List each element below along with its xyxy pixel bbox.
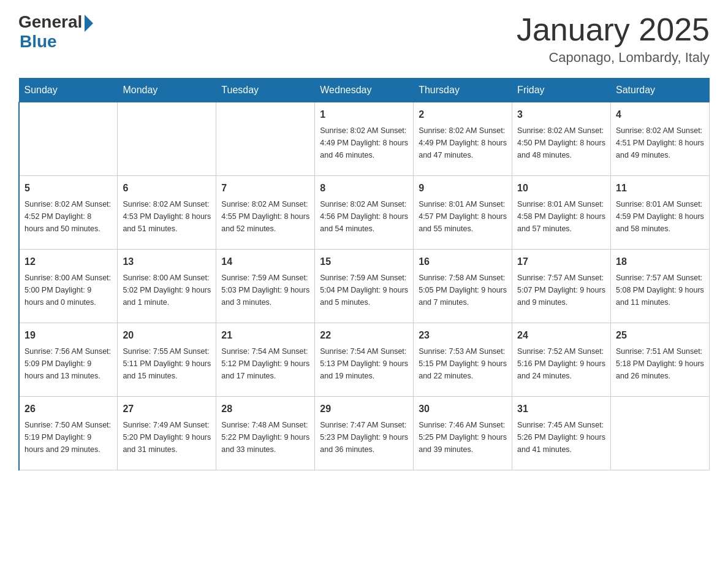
- calendar-day-cell: [118, 102, 216, 176]
- calendar-week-row: 19Sunrise: 7:56 AM Sunset: 5:09 PM Dayli…: [19, 323, 710, 397]
- calendar-week-row: 5Sunrise: 8:02 AM Sunset: 4:52 PM Daylig…: [19, 176, 710, 250]
- calendar-day-cell: 27Sunrise: 7:49 AM Sunset: 5:20 PM Dayli…: [118, 397, 216, 470]
- day-number: 7: [221, 181, 309, 196]
- calendar-week-row: 12Sunrise: 8:00 AM Sunset: 5:00 PM Dayli…: [19, 250, 710, 323]
- calendar-day-cell: [19, 102, 118, 176]
- calendar-day-cell: 17Sunrise: 7:57 AM Sunset: 5:07 PM Dayli…: [512, 250, 611, 323]
- day-info: Sunrise: 7:51 AM Sunset: 5:18 PM Dayligh…: [616, 345, 704, 382]
- day-number: 13: [123, 255, 211, 269]
- day-number: 10: [517, 181, 605, 196]
- day-number: 3: [517, 107, 605, 122]
- day-number: 17: [517, 255, 605, 269]
- day-number: 4: [616, 107, 704, 122]
- day-number: 21: [221, 328, 309, 343]
- day-number: 25: [616, 328, 704, 343]
- day-number: 8: [320, 181, 408, 196]
- calendar-day-cell: 5Sunrise: 8:02 AM Sunset: 4:52 PM Daylig…: [19, 176, 118, 250]
- day-info: Sunrise: 7:47 AM Sunset: 5:23 PM Dayligh…: [320, 419, 408, 456]
- calendar-day-cell: 22Sunrise: 7:54 AM Sunset: 5:13 PM Dayli…: [315, 323, 414, 397]
- calendar-header-row: SundayMondayTuesdayWednesdayThursdayFrid…: [19, 79, 710, 102]
- calendar-day-cell: 7Sunrise: 8:02 AM Sunset: 4:55 PM Daylig…: [216, 176, 315, 250]
- day-info: Sunrise: 7:57 AM Sunset: 5:07 PM Dayligh…: [517, 272, 605, 308]
- day-info: Sunrise: 8:02 AM Sunset: 4:52 PM Dayligh…: [25, 198, 112, 235]
- day-info: Sunrise: 7:59 AM Sunset: 5:03 PM Dayligh…: [221, 272, 309, 308]
- day-info: Sunrise: 7:45 AM Sunset: 5:26 PM Dayligh…: [517, 419, 605, 456]
- day-info: Sunrise: 7:46 AM Sunset: 5:25 PM Dayligh…: [419, 419, 507, 456]
- day-info: Sunrise: 8:02 AM Sunset: 4:53 PM Dayligh…: [123, 198, 211, 235]
- day-number: 5: [25, 181, 112, 196]
- calendar-day-cell: 26Sunrise: 7:50 AM Sunset: 5:19 PM Dayli…: [19, 397, 118, 470]
- calendar-day-cell: 28Sunrise: 7:48 AM Sunset: 5:22 PM Dayli…: [216, 397, 315, 470]
- logo-general-text: General: [18, 12, 82, 32]
- title-section: January 2025 Caponago, Lombardy, Italy: [517, 12, 710, 66]
- day-of-week-header: Sunday: [19, 79, 118, 102]
- logo: General Blue: [18, 12, 93, 52]
- day-number: 1: [320, 107, 408, 122]
- calendar-day-cell: 3Sunrise: 8:02 AM Sunset: 4:50 PM Daylig…: [512, 102, 611, 176]
- day-info: Sunrise: 8:02 AM Sunset: 4:56 PM Dayligh…: [320, 198, 408, 235]
- day-of-week-header: Wednesday: [315, 79, 414, 102]
- day-info: Sunrise: 7:56 AM Sunset: 5:09 PM Dayligh…: [25, 345, 112, 382]
- day-number: 9: [419, 181, 507, 196]
- calendar-day-cell: 12Sunrise: 8:00 AM Sunset: 5:00 PM Dayli…: [19, 250, 118, 323]
- day-number: 28: [221, 402, 309, 416]
- calendar-day-cell: 11Sunrise: 8:01 AM Sunset: 4:59 PM Dayli…: [611, 176, 710, 250]
- calendar-table: SundayMondayTuesdayWednesdayThursdayFrid…: [18, 78, 710, 470]
- day-info: Sunrise: 8:02 AM Sunset: 4:49 PM Dayligh…: [419, 124, 507, 161]
- calendar-day-cell: 9Sunrise: 8:01 AM Sunset: 4:57 PM Daylig…: [414, 176, 512, 250]
- day-info: Sunrise: 8:02 AM Sunset: 4:55 PM Dayligh…: [221, 198, 309, 235]
- day-info: Sunrise: 7:48 AM Sunset: 5:22 PM Dayligh…: [221, 419, 309, 456]
- day-info: Sunrise: 7:58 AM Sunset: 5:05 PM Dayligh…: [419, 272, 507, 308]
- day-info: Sunrise: 8:02 AM Sunset: 4:51 PM Dayligh…: [616, 124, 704, 161]
- day-info: Sunrise: 7:53 AM Sunset: 5:15 PM Dayligh…: [419, 345, 507, 382]
- calendar-day-cell: [611, 397, 710, 470]
- day-info: Sunrise: 7:54 AM Sunset: 5:12 PM Dayligh…: [221, 345, 309, 382]
- location-title: Caponago, Lombardy, Italy: [517, 50, 710, 66]
- calendar-day-cell: 10Sunrise: 8:01 AM Sunset: 4:58 PM Dayli…: [512, 176, 611, 250]
- day-info: Sunrise: 7:55 AM Sunset: 5:11 PM Dayligh…: [123, 345, 211, 382]
- day-number: 23: [419, 328, 507, 343]
- day-of-week-header: Friday: [512, 79, 611, 102]
- day-number: 31: [517, 402, 605, 416]
- day-info: Sunrise: 7:59 AM Sunset: 5:04 PM Dayligh…: [320, 272, 408, 308]
- calendar-day-cell: 2Sunrise: 8:02 AM Sunset: 4:49 PM Daylig…: [414, 102, 512, 176]
- day-number: 6: [123, 181, 211, 196]
- day-number: 18: [616, 255, 704, 269]
- calendar-day-cell: 30Sunrise: 7:46 AM Sunset: 5:25 PM Dayli…: [414, 397, 512, 470]
- day-number: 24: [517, 328, 605, 343]
- day-info: Sunrise: 8:01 AM Sunset: 4:59 PM Dayligh…: [616, 198, 704, 235]
- day-number: 19: [25, 328, 112, 343]
- day-number: 29: [320, 402, 408, 416]
- day-info: Sunrise: 8:00 AM Sunset: 5:00 PM Dayligh…: [25, 272, 112, 308]
- day-info: Sunrise: 7:54 AM Sunset: 5:13 PM Dayligh…: [320, 345, 408, 382]
- day-number: 2: [419, 107, 507, 122]
- calendar-week-row: 1Sunrise: 8:02 AM Sunset: 4:49 PM Daylig…: [19, 102, 710, 176]
- calendar-day-cell: 8Sunrise: 8:02 AM Sunset: 4:56 PM Daylig…: [315, 176, 414, 250]
- day-number: 16: [419, 255, 507, 269]
- logo-blue-text: Blue: [20, 32, 57, 52]
- day-info: Sunrise: 7:57 AM Sunset: 5:08 PM Dayligh…: [616, 272, 704, 308]
- calendar-day-cell: 6Sunrise: 8:02 AM Sunset: 4:53 PM Daylig…: [118, 176, 216, 250]
- day-of-week-header: Thursday: [414, 79, 512, 102]
- day-number: 22: [320, 328, 408, 343]
- day-info: Sunrise: 8:02 AM Sunset: 4:50 PM Dayligh…: [517, 124, 605, 161]
- calendar-day-cell: 20Sunrise: 7:55 AM Sunset: 5:11 PM Dayli…: [118, 323, 216, 397]
- month-title: January 2025: [517, 12, 710, 47]
- calendar-day-cell: 23Sunrise: 7:53 AM Sunset: 5:15 PM Dayli…: [414, 323, 512, 397]
- day-info: Sunrise: 7:52 AM Sunset: 5:16 PM Dayligh…: [517, 345, 605, 382]
- day-number: 12: [25, 255, 112, 269]
- calendar-day-cell: 18Sunrise: 7:57 AM Sunset: 5:08 PM Dayli…: [611, 250, 710, 323]
- day-number: 14: [221, 255, 309, 269]
- day-number: 20: [123, 328, 211, 343]
- calendar-day-cell: 14Sunrise: 7:59 AM Sunset: 5:03 PM Dayli…: [216, 250, 315, 323]
- calendar-week-row: 26Sunrise: 7:50 AM Sunset: 5:19 PM Dayli…: [19, 397, 710, 470]
- calendar-day-cell: 31Sunrise: 7:45 AM Sunset: 5:26 PM Dayli…: [512, 397, 611, 470]
- day-number: 30: [419, 402, 507, 416]
- day-number: 27: [123, 402, 211, 416]
- calendar-day-cell: 13Sunrise: 8:00 AM Sunset: 5:02 PM Dayli…: [118, 250, 216, 323]
- calendar-day-cell: 15Sunrise: 7:59 AM Sunset: 5:04 PM Dayli…: [315, 250, 414, 323]
- day-of-week-header: Saturday: [611, 79, 710, 102]
- calendar-day-cell: 29Sunrise: 7:47 AM Sunset: 5:23 PM Dayli…: [315, 397, 414, 470]
- calendar-day-cell: 4Sunrise: 8:02 AM Sunset: 4:51 PM Daylig…: [611, 102, 710, 176]
- calendar-day-cell: 19Sunrise: 7:56 AM Sunset: 5:09 PM Dayli…: [19, 323, 118, 397]
